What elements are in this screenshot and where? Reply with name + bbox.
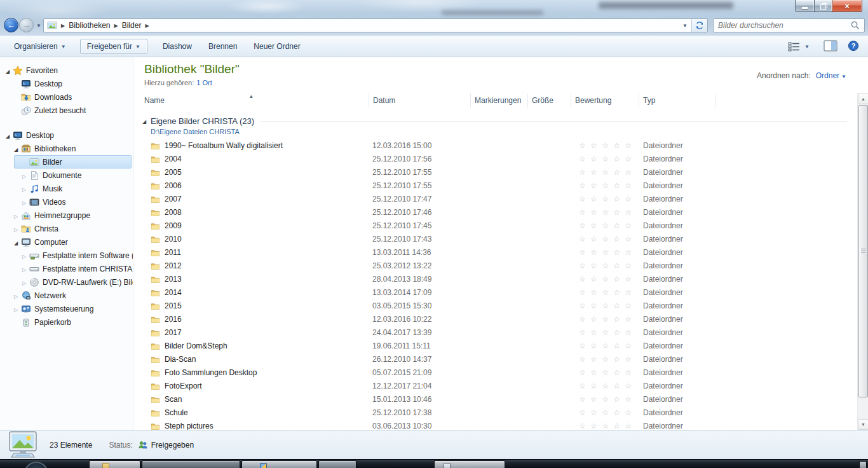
table-row[interactable]: 2016 12.03.2016 10:22 ☆ ☆ ☆ ☆ ☆ Dateiord… (134, 313, 857, 326)
table-row[interactable]: 2004 25.12.2010 17:56 ☆ ☆ ☆ ☆ ☆ Dateiord… (134, 153, 857, 166)
column-header[interactable]: Name (134, 93, 369, 107)
taskbar-button[interactable] (89, 460, 140, 468)
sidebar-item[interactable]: Heimnetzgruppe (0, 209, 133, 222)
tree-expander-icon[interactable] (20, 158, 28, 167)
sidebar-item[interactable]: Desktop (0, 128, 133, 142)
table-row[interactable]: 2017 24.04.2017 13:39 ☆ ☆ ☆ ☆ ☆ Dateiord… (134, 326, 857, 340)
tree-expander-icon[interactable] (20, 184, 28, 193)
breadcrumb-item-bilder[interactable]: Bilder (122, 21, 142, 30)
table-row[interactable]: 1990~ Fotoalbum Wally digitalisiert 12.0… (134, 139, 857, 153)
slideshow-button[interactable]: Diashow (156, 39, 198, 54)
forward-button[interactable]: → (19, 18, 34, 32)
vertical-scrollbar[interactable]: ▲ ▼ (857, 93, 868, 430)
sidebar-item[interactable]: DVD-RW-Laufwerk (E:) Bilde (0, 275, 133, 289)
table-row[interactable]: 2009 25.12.2010 17:45 ☆ ☆ ☆ ☆ ☆ Dateiord… (134, 219, 857, 233)
sidebar-item[interactable]: Christa (0, 222, 133, 235)
address-dropdown-icon[interactable]: ▼ (679, 19, 691, 32)
column-header[interactable]: Typ (639, 93, 715, 107)
taskbar-button[interactable] (142, 460, 240, 468)
table-row[interactable]: 2006 25.12.2010 17:55 ☆ ☆ ☆ ☆ ☆ Dateiord… (134, 179, 857, 193)
group-header[interactable]: Eigene Bilder CHRISTA (23) (134, 115, 857, 127)
sidebar-item[interactable]: Festplatte intern CHRISTA (D (0, 262, 133, 275)
tree-expander-icon[interactable] (20, 265, 28, 273)
search-box[interactable] (713, 18, 865, 32)
tree-expander-icon[interactable] (20, 171, 28, 180)
table-row[interactable]: 2012 25.03.2012 13:22 ☆ ☆ ☆ ☆ ☆ Dateiord… (134, 259, 857, 273)
sidebar-item[interactable]: Musik (0, 182, 133, 195)
chevron-down-icon[interactable]: ▼ (841, 74, 846, 79)
help-button[interactable] (848, 40, 859, 53)
sidebar-item[interactable]: Downloads (0, 90, 133, 104)
tree-expander-icon[interactable] (12, 291, 20, 300)
start-button[interactable] (24, 462, 48, 468)
search-icon[interactable] (850, 20, 860, 31)
tree-expander-icon[interactable] (12, 224, 20, 233)
table-row[interactable]: Schule 25.12.2010 17:38 ☆ ☆ ☆ ☆ ☆ Dateio… (134, 406, 857, 420)
scroll-up-button[interactable]: ▲ (858, 93, 868, 104)
table-row[interactable]: Steph pictures 03.06.2013 10:30 ☆ ☆ ☆ ☆ … (134, 420, 857, 430)
sidebar-item[interactable]: Dokumente (0, 169, 133, 182)
taskbar-button[interactable] (241, 460, 317, 468)
sidebar-item[interactable]: Computer (0, 235, 133, 249)
includes-locations-link[interactable]: 1 Ort (196, 79, 212, 86)
change-view-button[interactable]: ▼ (784, 39, 813, 53)
burn-button[interactable]: Brennen (202, 39, 243, 54)
table-row[interactable]: 2013 28.04.2013 18:49 ☆ ☆ ☆ ☆ ☆ Dateiord… (134, 273, 857, 286)
table-row[interactable]: 2011 13.03.2011 14:36 ☆ ☆ ☆ ☆ ☆ Dateiord… (134, 246, 857, 259)
group-expander-icon[interactable] (140, 116, 148, 125)
column-header[interactable]: Markierungen (471, 93, 528, 107)
breadcrumb-item-bibliotheken[interactable]: Bibliotheken (69, 21, 110, 30)
close-button[interactable]: × (832, 0, 862, 12)
tree-expander-icon[interactable] (20, 198, 28, 207)
table-row[interactable]: 2015 03.05.2015 15:30 ☆ ☆ ☆ ☆ ☆ Dateiord… (134, 299, 857, 313)
preview-pane-button[interactable] (824, 40, 837, 53)
sidebar-item[interactable]: Bilder (0, 155, 133, 169)
sidebar-item[interactable]: Favoriten (0, 64, 133, 77)
tree-expander-icon[interactable] (12, 144, 20, 153)
sidebar-item[interactable]: Zuletzt besucht (0, 104, 133, 117)
tree-expander-icon[interactable] (12, 305, 20, 313)
table-row[interactable]: FotoExport 12.12.2017 21:04 ☆ ☆ ☆ ☆ ☆ Da… (134, 380, 857, 393)
tree-expander-icon[interactable] (4, 66, 11, 75)
column-header[interactable]: Größe (528, 93, 571, 107)
scrollbar-thumb[interactable] (858, 105, 868, 397)
table-row[interactable]: Scan 15.01.2013 10:46 ☆ ☆ ☆ ☆ ☆ Dateiord… (134, 393, 857, 406)
sidebar-item[interactable]: Festplatte intern Software (C (0, 249, 133, 262)
column-header[interactable]: Datum (369, 93, 471, 107)
sidebar-item[interactable]: Videos (0, 195, 133, 209)
history-dropdown-icon[interactable]: ▼ (36, 23, 41, 29)
table-row[interactable]: Foto Sammlungen Desktop 05.07.2015 21:09… (134, 366, 857, 380)
sidebar-item[interactable]: Bibliotheken (0, 142, 133, 155)
address-bar[interactable]: ▶ Bibliotheken ▶ Bilder ▶ ▼ (43, 18, 708, 32)
tree-expander-icon[interactable] (12, 211, 20, 220)
table-row[interactable]: 2008 25.12.2010 17:46 ☆ ☆ ☆ ☆ ☆ Dateiord… (134, 206, 857, 219)
tree-expander-icon[interactable] (4, 131, 11, 140)
sidebar-item[interactable]: Papierkorb (0, 315, 133, 329)
sidebar-item[interactable]: Netzwerk (0, 289, 133, 302)
refresh-button[interactable] (691, 19, 707, 32)
arrange-value-dropdown[interactable]: Ordner (816, 71, 839, 80)
scroll-down-button[interactable]: ▼ (858, 419, 868, 430)
search-input[interactable] (714, 21, 850, 30)
table-row[interactable]: 2005 25.12.2010 17:55 ☆ ☆ ☆ ☆ ☆ Dateiord… (134, 166, 857, 179)
taskbar-button[interactable] (434, 460, 505, 468)
minimize-button[interactable] (795, 0, 814, 12)
tree-expander-icon[interactable] (20, 278, 28, 287)
share-with-button[interactable]: Freigeben für▼ (80, 39, 147, 54)
table-row[interactable]: Bilder Dom&Steph 19.06.2011 15:11 ☆ ☆ ☆ … (134, 340, 857, 353)
tree-expander-icon[interactable] (20, 251, 28, 260)
organize-button[interactable]: Organisieren▼ (8, 39, 72, 54)
sidebar-item[interactable]: Systemsteuerung (0, 302, 133, 315)
system-tray[interactable] (859, 461, 867, 468)
table-row[interactable]: 2014 13.03.2014 17:09 ☆ ☆ ☆ ☆ ☆ Dateiord… (134, 286, 857, 299)
back-button[interactable]: ← (4, 18, 18, 32)
column-header[interactable]: Bewertung (571, 93, 639, 107)
tree-expander-icon[interactable] (12, 238, 20, 247)
sidebar-item[interactable]: Desktop (0, 77, 133, 90)
taskbar-button[interactable] (318, 460, 356, 468)
table-row[interactable]: 2010 25.12.2010 17:43 ☆ ☆ ☆ ☆ ☆ Dateiord… (134, 233, 857, 246)
new-folder-button[interactable]: Neuer Ordner (247, 39, 306, 54)
table-row[interactable]: Dia-Scan 26.12.2010 14:37 ☆ ☆ ☆ ☆ ☆ Date… (134, 353, 857, 366)
table-row[interactable]: 2007 25.12.2010 17:47 ☆ ☆ ☆ ☆ ☆ Dateiord… (134, 193, 857, 206)
restore-button[interactable] (814, 0, 832, 12)
